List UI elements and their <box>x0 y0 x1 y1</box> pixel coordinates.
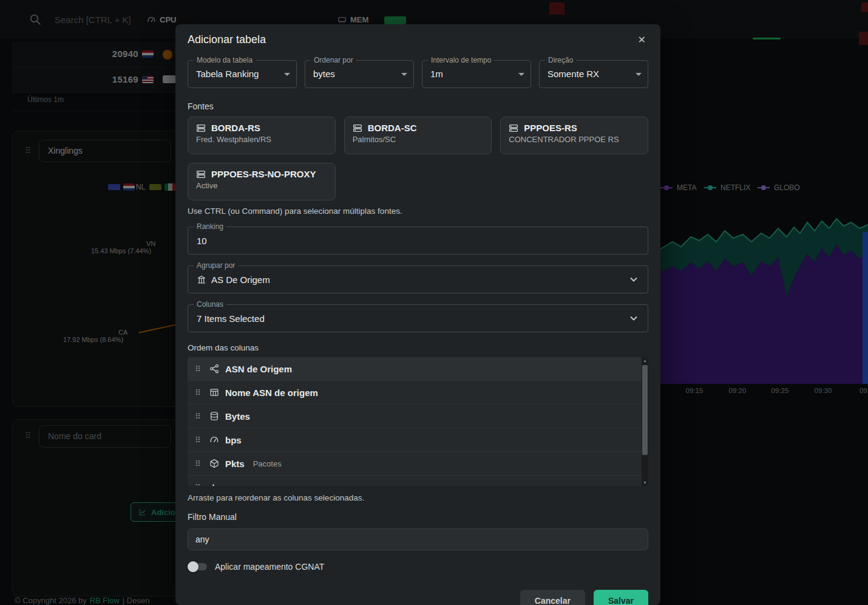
manual-filter-label: Filtro Manual <box>188 512 648 522</box>
sources-hint: Use CTRL (ou Command) para selecionar mú… <box>188 207 648 216</box>
drag-handle-icon[interactable]: ⠿ <box>195 388 203 397</box>
drag-handle-icon[interactable]: ⠿ <box>195 364 203 374</box>
add-table-modal: Adicionar tabela ✕ Modelo da tabela Tabe… <box>175 24 660 605</box>
select-table-model[interactable]: Modelo da tabela Tabela Ranking <box>188 60 297 88</box>
ranking-input[interactable] <box>197 227 639 254</box>
field-label: Direção <box>545 56 576 64</box>
column-sublabel: Pacotes <box>253 459 282 468</box>
source-card-pppoes-rs-no-proxy[interactable]: PPPOES-RS-NO-PROXY Active <box>188 163 336 200</box>
chevron-down-icon <box>628 313 639 324</box>
column-row-nome-asn[interactable]: ⠿ Nome ASN de origem <box>188 381 648 405</box>
column-label: Pkts <box>225 459 245 469</box>
cancel-button[interactable]: Cancelar <box>520 590 585 605</box>
select-direction[interactable]: Direção Somente RX <box>539 60 648 88</box>
field-value: Somente RX <box>540 61 648 87</box>
source-desc: CONCENTRADOR PPPOE RS <box>509 135 640 144</box>
server-icon <box>353 123 362 133</box>
group-by-select[interactable]: Agrupar por AS De Origem <box>188 265 648 293</box>
drag-handle-icon[interactable]: ⠿ <box>195 436 203 445</box>
scrollbar[interactable]: ▲ ▼ <box>642 357 648 486</box>
source-name: BORDA-RS <box>211 123 260 133</box>
ranking-field[interactable]: Ranking <box>188 227 648 255</box>
cgnat-label: Aplicar mapeamento CGNAT <box>215 562 324 572</box>
field-value: AS De Origem <box>211 275 270 285</box>
field-label: Modelo da tabela <box>194 56 256 64</box>
scroll-up-icon[interactable]: ▲ <box>642 357 648 364</box>
manual-filter-input[interactable] <box>188 528 648 550</box>
source-desc: Active <box>196 181 327 190</box>
column-order-label: Ordem das colunas <box>188 343 648 352</box>
select-time-interval[interactable]: Intervalo de tempo 1m <box>422 60 531 88</box>
source-card-pppoes-rs[interactable]: PPPOES-RS CONCENTRADOR PPPOE RS <box>500 117 648 154</box>
database-icon <box>209 411 219 421</box>
column-label: Bytes <box>225 411 250 422</box>
server-icon <box>509 123 518 133</box>
source-name: BORDA-SC <box>368 123 417 133</box>
field-value: 7 Items Selected <box>197 313 265 324</box>
drag-handle-icon[interactable]: ⠿ <box>195 483 203 487</box>
drag-handle-icon[interactable]: ⠿ <box>195 459 203 468</box>
table-icon <box>209 388 219 397</box>
source-desc: Palmitos/SC <box>353 135 484 144</box>
scrollbar-thumb[interactable] <box>642 365 648 455</box>
package-icon <box>209 459 219 468</box>
field-label: Colunas <box>194 300 226 309</box>
cgnat-toggle[interactable] <box>188 561 208 573</box>
caret-down-icon <box>518 73 524 76</box>
column-label: ASN de Origem <box>225 364 292 374</box>
column-row-asn-origem[interactable]: ⠿ ASN de Origem <box>188 357 648 381</box>
field-label: Agrupar por <box>194 261 238 270</box>
column-row-pkts[interactable]: ⠿ Pkts Pacotes <box>188 452 648 476</box>
field-label: Ranking <box>194 222 226 231</box>
source-card-borda-rs[interactable]: BORDA-RS Fred. Westphalen/RS <box>188 117 336 154</box>
chevron-down-icon <box>628 274 639 285</box>
columns-select[interactable]: Colunas 7 Items Selected <box>188 304 648 332</box>
pulse-icon <box>209 482 219 486</box>
column-label: bps <box>225 435 242 445</box>
sources-grid: BORDA-RS Fred. Westphalen/RS BORDA-SC Pa… <box>188 117 648 200</box>
fontes-label: Fontes <box>188 101 648 111</box>
select-row: Modelo da tabela Tabela Ranking Ordenar … <box>188 60 648 88</box>
column-row-bps[interactable]: ⠿ bps <box>188 428 648 452</box>
select-order-by[interactable]: Ordenar por bytes <box>305 60 414 88</box>
drag-handle-icon[interactable]: ⠿ <box>195 412 203 421</box>
caret-down-icon <box>284 73 290 76</box>
column-row-bytes[interactable]: ⠿ Bytes <box>188 405 648 428</box>
save-button[interactable]: Salvar <box>594 590 648 605</box>
reorder-hint: Arraste para reordenar as colunas seleci… <box>188 493 648 502</box>
scroll-down-icon[interactable]: ▼ <box>642 479 648 486</box>
modal-title: Adicionar tabela <box>188 33 266 46</box>
field-label: Ordenar por <box>311 56 356 64</box>
field-value: Tabela Ranking <box>188 61 296 87</box>
field-value: bytes <box>305 61 413 87</box>
app-root: Search [CTRL + K] CPU MEM 20940 15169 Úl… <box>0 0 868 605</box>
server-icon <box>196 169 206 179</box>
column-row-pps[interactable]: ⠿ pps <box>188 476 648 486</box>
gauge-icon <box>209 435 219 445</box>
column-label: pps <box>225 482 242 487</box>
column-label: Nome ASN de origem <box>225 388 318 398</box>
source-name: PPPOES-RS <box>524 123 577 133</box>
share-icon <box>209 364 219 374</box>
building-icon <box>197 275 206 284</box>
caret-down-icon <box>401 73 407 76</box>
field-value: 1m <box>422 61 531 87</box>
close-icon[interactable]: ✕ <box>636 33 648 47</box>
source-name: PPPOES-RS-NO-PROXY <box>211 169 316 179</box>
source-card-borda-sc[interactable]: BORDA-SC Palmitos/SC <box>344 117 492 154</box>
column-order-list: ⠿ ASN de Origem ⠿ Nome ASN de origem ⠿ B… <box>188 357 648 486</box>
toggle-knob <box>188 561 198 572</box>
server-icon <box>196 123 206 133</box>
source-desc: Fred. Westphalen/RS <box>196 135 327 144</box>
caret-down-icon <box>636 73 642 76</box>
field-label: Intervalo de tempo <box>428 56 494 64</box>
